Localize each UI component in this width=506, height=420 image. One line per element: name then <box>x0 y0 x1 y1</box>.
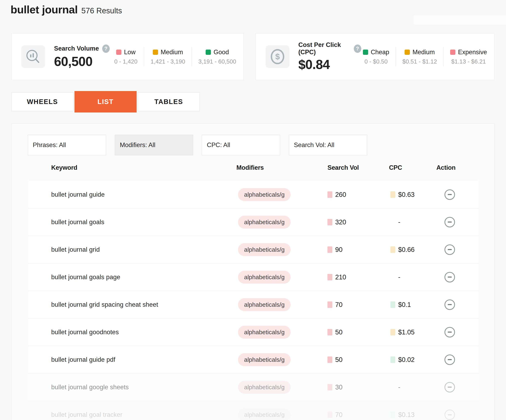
search-vol-value: 50 <box>335 356 342 364</box>
cpc-label: Cost Per Click (CPC) <box>298 41 351 56</box>
search-vol-chip <box>327 191 332 198</box>
cpc-value: $1.05 <box>398 328 414 336</box>
cpc-cell: $0.13 <box>390 411 414 419</box>
search-vol-cell: 30 <box>327 383 342 391</box>
cpc-cell: $0.1 <box>390 301 411 308</box>
search-vol-chip <box>327 302 332 308</box>
remove-keyword-button[interactable] <box>445 354 455 365</box>
remove-keyword-button[interactable] <box>445 327 455 337</box>
table-row: bullet journal goals page alphabeticals/… <box>28 263 479 291</box>
keyword-cell: bullet journal grid <box>51 246 100 253</box>
col-cpc: CPC <box>389 164 402 171</box>
remove-keyword-button[interactable] <box>445 382 455 393</box>
cpc-value: - <box>398 383 400 391</box>
search-volume-label: Search Volume <box>54 45 99 52</box>
search-vol-cell: 260 <box>327 191 346 198</box>
search-vol-chip <box>327 246 332 253</box>
remove-keyword-button[interactable] <box>445 217 455 227</box>
cpc-legend: Cheap 0 - $0.50 Medium $0.51 - $1.12 Exp… <box>361 47 489 66</box>
minus-icon <box>448 194 452 195</box>
modifier-pill: alphabeticals/g <box>238 381 291 394</box>
top-right-strip <box>414 15 506 25</box>
table-row: bullet journal goals alphabeticals/g 320… <box>28 208 479 236</box>
remove-keyword-button[interactable] <box>445 244 455 255</box>
table-row: bullet journal guide alphabeticals/g 260… <box>28 181 479 208</box>
search-vol-cell: 70 <box>327 411 342 419</box>
modifier-pill: alphabeticals/g <box>238 408 291 420</box>
search-vol-value: 90 <box>335 246 342 254</box>
results-panel: Phrases: All Modifiers: All CPC: All Sea… <box>11 123 494 420</box>
minus-icon <box>448 359 452 360</box>
search-vol-chip <box>327 329 332 335</box>
filters-row: Phrases: All Modifiers: All CPC: All Sea… <box>28 135 367 155</box>
legend-divider <box>443 47 444 66</box>
cpc-value: $0.13 <box>398 411 414 419</box>
cpc-help-icon[interactable]: ? <box>354 45 361 53</box>
search-vol-value: 70 <box>335 301 342 308</box>
remove-keyword-button[interactable] <box>445 299 455 310</box>
keyword-cell: bullet journal grid spacing cheat sheet <box>51 301 158 308</box>
cpc-value: $0.84 <box>298 57 361 72</box>
keyword-cell: bullet journal goals <box>51 218 104 226</box>
modifier-cell: alphabeticals/g <box>238 408 291 420</box>
legend-divider <box>192 47 192 66</box>
cpc-icon-tile: $ <box>266 45 289 68</box>
search-vol-cell: 210 <box>327 273 346 281</box>
cpc-chip <box>390 191 395 198</box>
cpc-cell: - <box>390 273 400 281</box>
cpc-value: $0.1 <box>398 301 411 308</box>
col-keyword: Keyword <box>51 164 77 171</box>
minus-icon <box>448 387 452 388</box>
modifier-cell: alphabeticals/g <box>238 271 291 284</box>
cpc-value: - <box>398 218 400 226</box>
keyword-cell: bullet journal google sheets <box>51 384 129 391</box>
search-vol-value: 210 <box>335 273 346 281</box>
legend-item-cheap: Cheap 0 - $0.50 <box>361 49 391 65</box>
filter-cpc[interactable]: CPC: All <box>202 135 280 155</box>
legend-item-good: Good 3,191 - 60,500 <box>197 49 238 65</box>
minus-icon <box>448 276 452 278</box>
modifier-pill: alphabeticals/g <box>238 243 291 256</box>
table-body: bullet journal guide alphabeticals/g 260… <box>28 181 479 420</box>
search-vol-value: 30 <box>335 383 342 391</box>
tab-tables[interactable]: TABLES <box>138 92 200 111</box>
filter-phrases[interactable]: Phrases: All <box>28 135 106 155</box>
legend-square-medium <box>153 50 158 55</box>
col-search-vol: Search Vol <box>327 164 359 171</box>
legend-square-cheap <box>363 50 368 55</box>
filter-modifiers[interactable]: Modifiers: All <box>115 135 193 155</box>
search-vol-value: 260 <box>335 191 346 198</box>
modifier-cell: alphabeticals/g <box>238 188 291 201</box>
remove-keyword-button[interactable] <box>445 409 455 420</box>
tab-list[interactable]: LIST <box>74 91 137 112</box>
cpc-value: $0.66 <box>398 246 414 254</box>
search-vol-chip <box>327 412 332 418</box>
cpc-cell: $0.02 <box>390 356 414 364</box>
table-row: bullet journal goodnotes alphabeticals/g… <box>28 318 479 346</box>
modifier-pill: alphabeticals/g <box>238 298 291 311</box>
cpc-chip <box>390 412 395 418</box>
minus-icon <box>448 332 452 333</box>
dollar-icon: $ <box>270 49 285 65</box>
search-volume-help-icon[interactable]: ? <box>102 45 110 53</box>
search-vol-cell: 70 <box>327 301 342 308</box>
results-count: 576 Results <box>81 7 122 15</box>
remove-keyword-button[interactable] <box>445 189 455 200</box>
remove-keyword-button[interactable] <box>445 272 455 282</box>
search-volume-legend: Low 0 - 1,420 Medium 1,421 - 3,190 Good … <box>113 47 238 66</box>
minus-icon <box>448 414 452 415</box>
tab-wheels[interactable]: WHEELS <box>11 92 73 111</box>
table-header: Keyword Modifiers Search Vol CPC Action <box>12 164 494 173</box>
legend-item-expensive: Expensive $1.13 - $6.21 <box>448 49 489 65</box>
modifier-cell: alphabeticals/g <box>238 353 291 366</box>
keyword-cell: bullet journal goal tracker <box>51 411 122 418</box>
search-vol-cell: 320 <box>327 218 346 226</box>
cpc-chip <box>390 302 395 308</box>
legend-item-medium-cpc: Medium $0.51 - $1.12 <box>401 49 439 65</box>
search-vol-value: 50 <box>335 328 342 336</box>
legend-square-low <box>116 50 121 55</box>
keyword-cell: bullet journal goodnotes <box>51 328 119 336</box>
cpc-cell: $1.05 <box>390 328 414 336</box>
search-volume-card: Search Volume ? 60,500 Low 0 - 1,420 Med… <box>11 33 244 80</box>
filter-search-vol[interactable]: Search Vol: All <box>289 135 367 155</box>
